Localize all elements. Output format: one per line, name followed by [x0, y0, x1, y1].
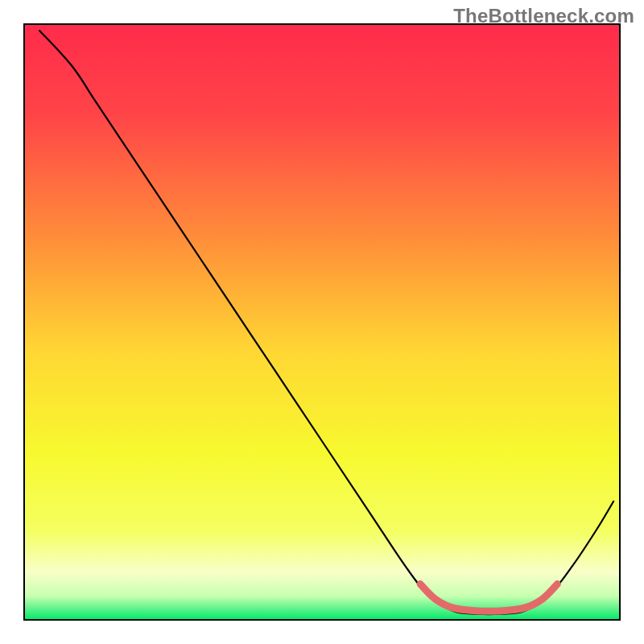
chart-container: TheBottleneck.com	[0, 0, 644, 644]
gradient-background	[24, 24, 620, 620]
watermark-text: TheBottleneck.com	[453, 5, 634, 27]
bottleneck-chart	[0, 0, 644, 644]
